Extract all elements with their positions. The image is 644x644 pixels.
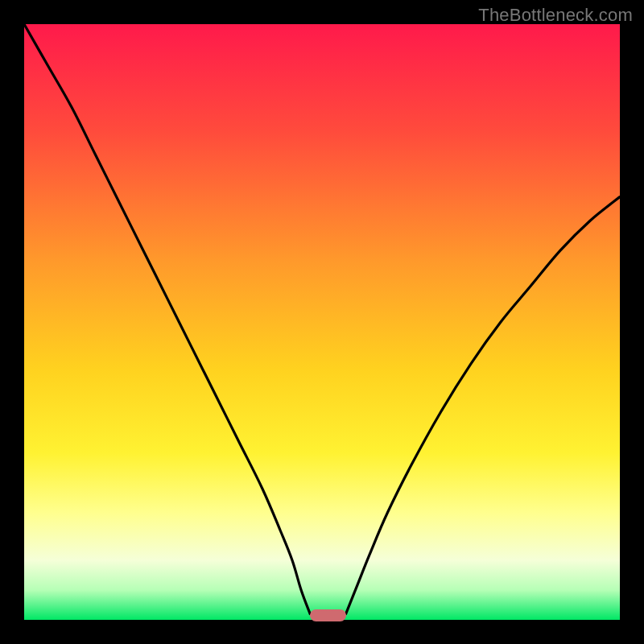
left-curve xyxy=(24,24,310,614)
watermark-text: TheBottleneck.com xyxy=(478,5,633,26)
chart-frame: TheBottleneck.com xyxy=(0,0,644,644)
right-curve xyxy=(346,197,620,614)
curve-layer xyxy=(24,24,620,620)
bottleneck-marker xyxy=(310,609,345,621)
